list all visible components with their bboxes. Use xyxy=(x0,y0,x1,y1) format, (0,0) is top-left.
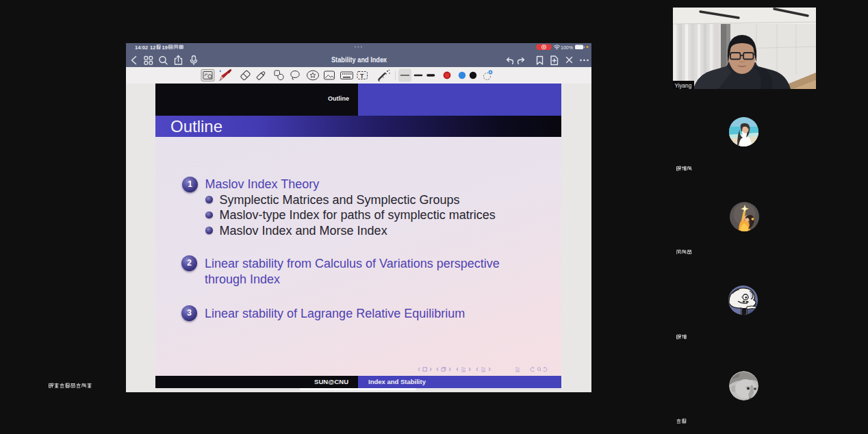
svg-text:T: T xyxy=(360,73,364,79)
svg-text:19: 19 xyxy=(162,44,168,51)
svg-text:Stability and Index: Stability and Index xyxy=(331,56,387,64)
svg-text:Yiyang: Yiyang xyxy=(675,83,692,89)
svg-text:100%: 100% xyxy=(561,45,573,50)
svg-text:14:02: 14:02 xyxy=(135,44,148,51)
svg-text:12: 12 xyxy=(150,44,155,51)
